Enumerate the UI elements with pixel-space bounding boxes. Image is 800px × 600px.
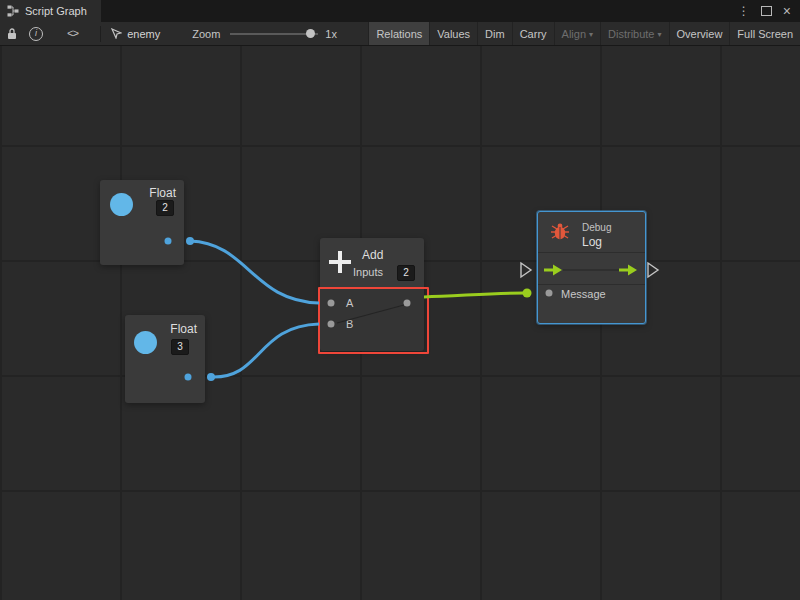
maximize-icon[interactable] [761,6,772,16]
relations-button[interactable]: Relations [368,22,429,45]
node-title: Float [170,322,197,336]
inputs-count-field[interactable]: 2 [397,265,415,281]
node-divider [538,284,645,285]
float-type-icon [134,331,157,354]
selection-highlight-red [318,287,429,354]
message-port-label: Message [561,288,606,300]
carry-button[interactable]: Carry [512,22,554,45]
node-title: Float [149,186,176,200]
graph-asset-icon [111,28,122,39]
values-button[interactable]: Values [429,22,477,45]
node-title: Add [362,248,383,262]
add-icon [328,250,352,274]
dim-button[interactable]: Dim [477,22,512,45]
zoom-slider-track[interactable] [230,33,318,35]
float-value-field[interactable]: 3 [171,339,189,355]
window-titlebar: Script Graph ⋮ × [0,0,800,22]
node-title: Log [582,235,602,249]
float-value-field[interactable]: 2 [156,200,174,216]
float-type-icon [110,193,133,216]
tab-script-graph[interactable]: Script Graph [0,0,101,22]
zoom-slider-handle[interactable] [306,29,315,38]
overview-button[interactable]: Overview [669,22,730,45]
code-icon[interactable]: <> [67,28,78,40]
graph-toolbar: i <> enemy Zoom 1x Relations Values Dim … [0,22,800,46]
node-float-1[interactable]: Float 2 [100,180,184,265]
script-graph-icon [7,5,19,17]
bug-icon [549,222,571,246]
node-debug-log[interactable]: Debug Log Message [537,211,646,324]
graph-name[interactable]: enemy [127,28,160,40]
node-category: Debug [582,222,611,233]
zoom-slider[interactable] [230,27,318,41]
full-screen-button[interactable]: Full Screen [729,22,800,45]
toolbar-separator [100,26,101,42]
window-menu-icon[interactable]: ⋮ [738,5,750,17]
zoom-label: Zoom [192,28,220,40]
distribute-button[interactable]: Distribute▾ [600,22,668,45]
lock-icon[interactable] [6,27,18,40]
toolbar-buttons: Relations Values Dim Carry Align▾ Distri… [368,22,800,45]
chevron-down-icon: ▾ [658,30,662,39]
node-divider [538,252,645,253]
node-float-2[interactable]: Float 3 [125,315,205,403]
window-controls: ⋮ × [738,0,800,22]
chevron-down-icon: ▾ [589,30,593,39]
tab-title: Script Graph [25,5,87,17]
align-button[interactable]: Align▾ [554,22,600,45]
close-icon[interactable]: × [783,4,791,18]
info-icon[interactable]: i [29,27,43,41]
inputs-label: Inputs [353,266,383,278]
zoom-value: 1x [325,28,337,40]
